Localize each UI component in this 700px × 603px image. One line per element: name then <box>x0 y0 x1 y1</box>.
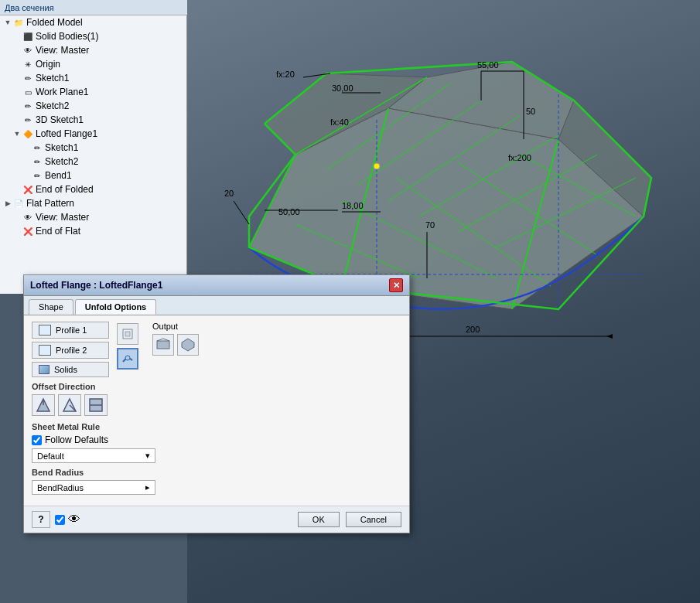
tree-item-lf-sketch1[interactable]: ✏Sketch1 <box>0 141 186 155</box>
svg-text:fx:20: fx:20 <box>276 70 295 79</box>
tree-item-3dsketch1[interactable]: ✏3D Sketch1 <box>0 113 186 127</box>
output-option2-button[interactable] <box>177 334 199 356</box>
ok-button[interactable]: OK <box>298 512 340 527</box>
sheet-metal-rule-section: Sheet Metal Rule Follow Defaults Default… <box>32 422 401 463</box>
profile1-button[interactable]: Profile 1 <box>32 322 109 339</box>
offset-direction-buttons <box>32 394 401 416</box>
tree-item-flat-pattern[interactable]: ▶📄Flat Pattern <box>0 196 186 210</box>
tree-item-view-master-2[interactable]: 👁View: Master <box>0 210 186 224</box>
lf-bend1-icon: ✏ <box>31 169 43 182</box>
view-master-2-label: View: Master <box>36 212 89 223</box>
footer-left: ? 👁 <box>32 511 80 528</box>
tab-bar: Shape Unfold Options <box>24 296 409 315</box>
follow-defaults-checkbox[interactable] <box>32 435 42 445</box>
folded-model-label: Folded Model <box>26 17 83 28</box>
tree-item-end-of-folded[interactable]: ❌End of Folded <box>0 182 186 196</box>
add-loft-button[interactable] <box>117 348 138 370</box>
workplane1-icon: ▭ <box>22 86 34 98</box>
bend-radius-dropdown-arrow: ▸ <box>145 482 150 492</box>
svg-text:50,00: 50,00 <box>278 207 300 216</box>
title-bar: Два сечения <box>0 0 187 15</box>
tab-shape[interactable]: Shape <box>29 299 73 315</box>
title-bar-label: Два сечения <box>5 3 54 12</box>
follow-defaults-label: Follow Defaults <box>45 434 108 445</box>
tree-item-sketch2[interactable]: ✏Sketch2 <box>0 99 186 113</box>
tree-item-lf-sketch2[interactable]: ✏Sketch2 <box>0 155 186 169</box>
view-master-2-icon: 👁 <box>22 211 34 223</box>
svg-point-51 <box>125 356 130 360</box>
output-buttons <box>152 334 199 356</box>
lf-bend1-label: Bend1 <box>45 170 72 181</box>
tab-unfold-options[interactable]: Unfold Options <box>75 299 156 315</box>
3dsketch1-icon: ✏ <box>22 114 34 126</box>
follow-defaults-row: Follow Defaults <box>32 434 401 445</box>
flat-pattern-icon: 📄 <box>12 197 25 210</box>
origin-label: Origin <box>36 59 60 70</box>
svg-rect-50 <box>125 332 130 336</box>
profile2-icon <box>39 345 51 356</box>
svg-text:18,00: 18,00 <box>342 201 364 210</box>
lf-sketch2-label: Sketch2 <box>45 156 78 167</box>
tree-item-folded-model[interactable]: ▼📁Folded Model <box>0 15 186 29</box>
solid-bodies-label: Solid Bodies(1) <box>36 31 98 42</box>
tree-item-view-master-1[interactable]: 👁View: Master <box>0 43 186 57</box>
profile2-button[interactable]: Profile 2 <box>32 342 109 359</box>
svg-text:200: 200 <box>466 325 480 334</box>
output-option1-button[interactable] <box>152 334 174 356</box>
tree-item-end-of-flat[interactable]: ❌End of Flat <box>0 224 186 238</box>
workplane1-label: Work Plane1 <box>36 87 88 97</box>
add-sketch-button[interactable] <box>117 323 138 345</box>
dialog-title-bar: Lofted Flange : LoftedFlange1 ✕ <box>24 275 409 296</box>
sketch1-icon: ✏ <box>22 72 34 84</box>
cancel-button[interactable]: Cancel <box>346 512 401 527</box>
bend-radius-dropdown[interactable]: BendRadius ▸ <box>32 480 155 495</box>
output-label: Output <box>152 322 199 331</box>
bend-radius-section: Bend Radius BendRadius ▸ <box>32 468 401 495</box>
tree-panel: ▼📁Folded Model ⬛Solid Bodies(1) 👁View: M… <box>0 15 187 294</box>
solids-button[interactable]: Solids <box>32 362 109 377</box>
dialog-footer: ? 👁 OK Cancel <box>24 506 409 533</box>
preview-checkbox-row: 👁 <box>55 513 80 526</box>
tree-item-sketch1[interactable]: ✏Sketch1 <box>0 71 186 85</box>
svg-marker-47 <box>606 334 613 339</box>
end-of-folded-label: End of Folded <box>36 184 94 195</box>
solids-icon <box>39 365 50 374</box>
preview-checkbox[interactable] <box>55 515 65 525</box>
tree-item-workplane1[interactable]: ▭Work Plane1 <box>0 85 186 99</box>
profile1-label: Profile 1 <box>56 325 87 335</box>
3dsketch1-label: 3D Sketch1 <box>36 114 84 125</box>
preview-icon: 👁 <box>68 513 80 526</box>
end-of-flat-icon: ❌ <box>22 225 34 237</box>
sketch2-icon: ✏ <box>22 100 34 112</box>
lf-sketch2-icon: ✏ <box>31 155 43 168</box>
tree-item-origin[interactable]: ✳Origin <box>0 57 186 71</box>
dialog-body: Profile 1 Profile 2 Solids <box>24 315 409 506</box>
solids-label: Solids <box>54 365 77 374</box>
svg-text:50: 50 <box>526 107 535 116</box>
svg-rect-52 <box>157 341 169 349</box>
sketch1-label: Sketch1 <box>36 73 69 83</box>
svg-point-48 <box>374 163 380 169</box>
folded-model-icon: 📁 <box>12 16 25 29</box>
svg-text:20: 20 <box>224 189 234 198</box>
tree-item-solid-bodies[interactable]: ⬛Solid Bodies(1) <box>0 29 186 43</box>
offset-btn-1[interactable] <box>32 394 55 416</box>
help-button[interactable]: ? <box>32 511 50 528</box>
footer-right: OK Cancel <box>298 512 401 527</box>
end-of-flat-label: End of Flat <box>36 226 80 237</box>
default-dropdown[interactable]: Default ▾ <box>32 448 155 463</box>
tree-item-lf-bend1[interactable]: ✏Bend1 <box>0 169 186 182</box>
offset-btn-3[interactable] <box>84 394 108 416</box>
view-master-1-label: View: Master <box>36 45 89 56</box>
svg-text:fx:200: fx:200 <box>508 153 531 162</box>
tree-item-lofted-flange1[interactable]: ▼🔶Lofted Flange1 <box>0 127 186 141</box>
profile1-icon <box>39 325 51 336</box>
dialog-title-text: Lofted Flange : LoftedFlange1 <box>30 280 162 291</box>
dialog-close-button[interactable]: ✕ <box>389 278 403 292</box>
offset-btn-2[interactable] <box>58 394 81 416</box>
sheet-metal-rule-label: Sheet Metal Rule <box>32 422 401 431</box>
action-buttons-section <box>117 322 138 377</box>
end-of-folded-icon: ❌ <box>22 183 34 196</box>
svg-text:30,00: 30,00 <box>332 83 353 93</box>
lf-sketch1-label: Sketch1 <box>45 142 78 153</box>
